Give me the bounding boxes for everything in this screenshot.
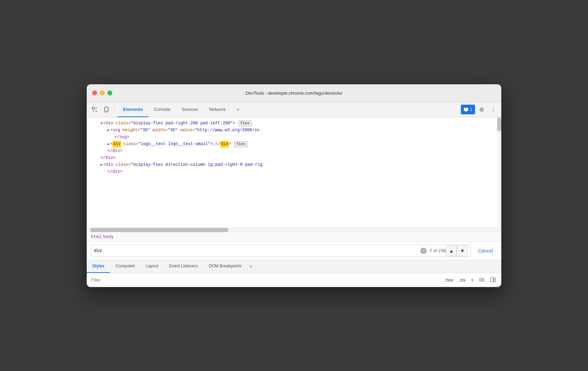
html-line-3[interactable]: </svg>: [87, 134, 501, 141]
search-input[interactable]: [94, 248, 420, 253]
toolbar-divider: [114, 105, 115, 114]
browser-window: DevTools - developer.chrome.com/tags/dev…: [87, 84, 501, 287]
tab-event-listeners[interactable]: Event Listeners: [164, 260, 203, 273]
breadcrumb-container: html body: [87, 232, 501, 242]
svg-line-3: [95, 110, 97, 112]
breadcrumb-body[interactable]: body: [103, 234, 114, 239]
maximize-button[interactable]: [107, 91, 112, 95]
tab-elements[interactable]: Elements: [117, 102, 149, 117]
cls-button[interactable]: .cls: [457, 277, 467, 283]
notification-button[interactable]: 1: [461, 105, 475, 114]
tab-console[interactable]: Console: [149, 102, 176, 117]
tab-dom-breakpoints[interactable]: DOM Breakpoints: [203, 260, 247, 273]
scrollbar-thumb[interactable]: [497, 117, 501, 131]
search-clear-button[interactable]: ✕: [420, 248, 427, 254]
triangle-icon-3: ▶: [107, 142, 110, 147]
triangle-icon-2: ▶: [107, 128, 110, 133]
tab-network[interactable]: Network: [203, 102, 231, 117]
force-element-state-button[interactable]: [478, 276, 486, 284]
more-options-button[interactable]: ⋮: [488, 104, 499, 115]
tab-styles[interactable]: Styles: [87, 260, 110, 273]
breadcrumb-html[interactable]: html: [91, 234, 102, 239]
window-title: DevTools - developer.chrome.com/tags/dev…: [246, 91, 342, 96]
devtools-toolbar: Elements Console Sources Network » 1: [87, 102, 501, 117]
svg-rect-6: [464, 108, 468, 111]
html-line-6[interactable]: </div>: [87, 155, 501, 162]
html-line-2[interactable]: ▶ <svg height="36" width="36" xmlns="htt…: [87, 127, 501, 134]
settings-button[interactable]: ⚙: [476, 104, 487, 115]
styles-more-tabs[interactable]: »: [247, 264, 255, 269]
inspect-element-button[interactable]: [89, 104, 100, 115]
minimize-button[interactable]: [100, 91, 105, 95]
filter-actions: :hov .cls +: [443, 276, 497, 284]
add-style-rule-button[interactable]: +: [470, 277, 475, 283]
tab-bar: Elements Console Sources Network »: [117, 102, 459, 117]
html-line-7[interactable]: ▶ <div class="display-flex direction-col…: [87, 162, 501, 169]
flex-badge-1[interactable]: flex: [238, 120, 252, 127]
hov-button[interactable]: :hov: [443, 277, 455, 283]
titlebar: DevTools - developer.chrome.com/tags/dev…: [87, 84, 501, 102]
search-next-button[interactable]: ▼: [457, 245, 468, 256]
vertical-scrollbar[interactable]: [497, 117, 501, 228]
html-line-4[interactable]: ▶ <div class="logo__text logo__text-smal…: [87, 141, 501, 148]
html-line-5[interactable]: </div>: [87, 148, 501, 155]
svg-marker-7: [465, 111, 467, 112]
tab-layout[interactable]: Layout: [140, 260, 164, 273]
filter-input[interactable]: [91, 277, 440, 283]
dom-breadcrumb: html body: [87, 232, 501, 242]
html-line-8[interactable]: </div>: [87, 169, 501, 175]
triangle-icon-4: ▶: [101, 162, 103, 168]
search-prev-button[interactable]: ▲: [446, 245, 457, 256]
h-scrollbar-thumb[interactable]: [90, 228, 228, 232]
search-count: 7 of 236: [429, 248, 446, 253]
tab-sources[interactable]: Sources: [176, 102, 204, 117]
search-input-wrapper: ✕ 7 of 236 ▲ ▼: [91, 245, 471, 257]
tab-more[interactable]: »: [231, 102, 245, 117]
flex-badge-2[interactable]: flex: [234, 141, 248, 148]
filter-bar: :hov .cls +: [87, 273, 501, 287]
elements-panel: ▼ <div class="display-flex pad-right-200…: [87, 117, 501, 228]
tab-computed[interactable]: Computed: [110, 260, 140, 273]
traffic-lights: [92, 91, 112, 95]
svg-rect-0: [92, 107, 94, 109]
horizontal-scrollbar[interactable]: [87, 228, 501, 232]
svg-point-5: [106, 111, 107, 112]
device-toolbar-button[interactable]: [101, 104, 112, 115]
cancel-button[interactable]: Cancel: [474, 246, 497, 256]
toggle-sidebar-button[interactable]: [489, 276, 497, 284]
triangle-icon: ▼: [101, 121, 103, 126]
close-button[interactable]: [92, 91, 97, 95]
styles-panel-toolbar: Styles Computed Layout Event Listeners D…: [87, 260, 501, 273]
search-bar: ✕ 7 of 236 ▲ ▼ Cancel: [87, 242, 501, 260]
toolbar-right: 1 ⚙ ⋮: [461, 104, 499, 115]
html-line-1[interactable]: ▼ <div class="display-flex pad-right-200…: [87, 120, 501, 127]
